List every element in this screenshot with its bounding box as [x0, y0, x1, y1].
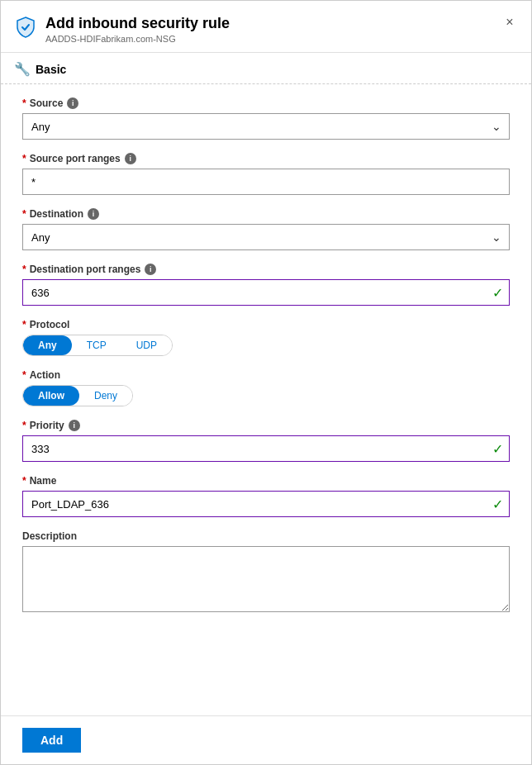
form-body: * Source i Any IP Addresses Service Tag … — [1, 84, 531, 715]
destination-info-icon[interactable]: i — [88, 208, 99, 220]
action-label: * Action — [22, 369, 510, 381]
protocol-group: * Protocol Any TCP UDP — [22, 319, 510, 356]
protocol-any-button[interactable]: Any — [23, 335, 72, 355]
destination-select[interactable]: Any IP Addresses Service Tag Application… — [22, 224, 510, 250]
action-deny-button[interactable]: Deny — [79, 386, 132, 406]
protocol-required-star: * — [22, 319, 26, 330]
source-select-wrapper: Any IP Addresses Service Tag Application… — [22, 113, 510, 140]
protocol-label: * Protocol — [22, 319, 510, 330]
add-button[interactable]: Add — [22, 728, 81, 753]
source-group: * Source i Any IP Addresses Service Tag … — [22, 97, 510, 140]
dialog-subtitle: AADDS-HDIFabrikam.com-NSG — [45, 34, 230, 44]
destination-label: * Destination i — [22, 208, 510, 220]
protocol-tcp-button[interactable]: TCP — [72, 335, 121, 355]
action-group: * Action Allow Deny — [22, 369, 510, 406]
protocol-toggle-group: Any TCP UDP — [22, 335, 173, 356]
source-port-ranges-group: * Source port ranges i * — [22, 153, 510, 195]
description-group: Description — [22, 530, 510, 615]
source-port-ranges-input[interactable]: * — [22, 169, 510, 195]
priority-group: * Priority i ✓ — [22, 420, 510, 462]
dialog-footer: Add — [1, 715, 531, 764]
dest-port-input-wrapper: ✓ — [22, 279, 510, 306]
destination-label-text: Destination — [30, 208, 83, 220]
section-header-label: Basic — [36, 63, 66, 76]
source-port-ranges-label: * Source port ranges i — [22, 153, 510, 164]
section-header: 🔧 Basic — [1, 53, 531, 84]
add-inbound-rule-dialog: Add inbound security rule AADDS-HDIFabri… — [0, 0, 532, 765]
close-button[interactable]: × — [500, 12, 520, 32]
action-label-text: Action — [30, 369, 60, 381]
source-select[interactable]: Any IP Addresses Service Tag Application… — [22, 113, 510, 140]
destination-port-ranges-label: * Destination port ranges i — [22, 264, 510, 275]
destination-group: * Destination i Any IP Addresses Service… — [22, 208, 510, 250]
source-required-star: * — [22, 97, 26, 109]
description-textarea[interactable] — [22, 546, 510, 612]
name-label-text: Name — [30, 475, 57, 487]
name-label: * Name — [22, 475, 510, 487]
dest-port-label-text: Destination port ranges — [30, 264, 141, 275]
wrench-icon: 🔧 — [14, 61, 31, 77]
destination-port-ranges-group: * Destination port ranges i ✓ — [22, 264, 510, 306]
priority-label: * Priority i — [22, 420, 510, 431]
name-input[interactable] — [22, 491, 510, 517]
description-label-text: Description — [22, 530, 77, 542]
priority-label-text: Priority — [30, 420, 64, 431]
source-port-label-text: Source port ranges — [30, 153, 121, 164]
shield-icon — [14, 16, 37, 39]
action-toggle-group: Allow Deny — [22, 385, 133, 406]
name-group: * Name ✓ — [22, 475, 510, 517]
priority-input[interactable] — [22, 435, 510, 462]
dest-port-info-icon[interactable]: i — [145, 264, 156, 275]
dialog-header-text: Add inbound security rule AADDS-HDIFabri… — [45, 14, 230, 44]
source-port-info-icon[interactable]: i — [125, 153, 136, 164]
dialog-title: Add inbound security rule — [45, 14, 230, 33]
action-allow-button[interactable]: Allow — [23, 386, 79, 406]
destination-required-star: * — [22, 208, 26, 220]
description-label: Description — [22, 530, 510, 542]
destination-port-ranges-input[interactable] — [22, 279, 510, 306]
source-port-required-star: * — [22, 153, 26, 164]
name-required-star: * — [22, 475, 26, 487]
name-input-wrapper: ✓ — [22, 491, 510, 517]
dialog-header: Add inbound security rule AADDS-HDIFabri… — [1, 1, 531, 53]
protocol-label-text: Protocol — [30, 319, 70, 330]
priority-input-wrapper: ✓ — [22, 435, 510, 462]
priority-required-star: * — [22, 420, 26, 431]
source-info-icon[interactable]: i — [67, 97, 78, 109]
destination-select-wrapper: Any IP Addresses Service Tag Application… — [22, 224, 510, 250]
protocol-udp-button[interactable]: UDP — [121, 335, 172, 355]
source-label: * Source i — [22, 97, 510, 109]
dest-port-required-star: * — [22, 264, 26, 275]
source-label-text: Source — [30, 97, 64, 109]
action-required-star: * — [22, 369, 26, 381]
priority-info-icon[interactable]: i — [69, 420, 80, 431]
